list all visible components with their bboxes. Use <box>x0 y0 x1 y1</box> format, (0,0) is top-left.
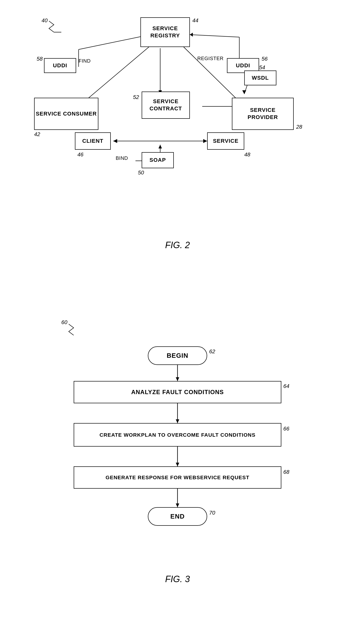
uddi-right-ref: 56 <box>262 56 268 62</box>
analyze-box: ANALYZE FAULT CONDITIONS <box>74 381 281 403</box>
generate-ref: 68 <box>283 469 289 475</box>
svg-marker-30 <box>176 504 179 507</box>
service-box: SERVICE <box>207 132 244 150</box>
svg-marker-20 <box>158 145 162 148</box>
begin-ref: 62 <box>209 348 215 355</box>
fig3-section: 60 BEGIN 62 ANALYZE FAULT CONDITIONS 64 … <box>0 297 355 604</box>
service-consumer-ref: 42 <box>34 131 40 138</box>
svg-line-11 <box>79 46 150 106</box>
svg-marker-24 <box>176 377 179 381</box>
analyze-ref: 64 <box>283 383 289 390</box>
svg-marker-28 <box>176 463 179 466</box>
service-registry-ref: 44 <box>192 17 198 24</box>
soap-ref: 50 <box>138 170 144 176</box>
svg-marker-17 <box>113 139 117 143</box>
begin-oval: BEGIN <box>148 346 207 365</box>
svg-marker-10 <box>242 90 246 94</box>
uddi-left-box: UDDI <box>44 58 76 73</box>
end-ref: 70 <box>209 510 215 516</box>
fig3-caption: FIG. 3 <box>0 574 355 584</box>
wsdl-ref: 54 <box>259 64 265 71</box>
fig2-diagram: 40 SERVICE REGISTRY 44 UDDI 58 FIND UDDI… <box>29 10 326 232</box>
bind-label: BIND <box>116 155 128 161</box>
wsdl-box: WSDL <box>244 70 276 85</box>
fig2-section: 40 SERVICE REGISTRY 44 UDDI 58 FIND UDDI… <box>0 0 355 297</box>
client-ref: 46 <box>77 152 83 158</box>
fig3-diagram: 60 BEGIN 62 ANALYZE FAULT CONDITIONS 64 … <box>54 312 301 572</box>
page-container: 40 SERVICE REGISTRY 44 UDDI 58 FIND UDDI… <box>0 0 355 644</box>
generate-box: GENERATE RESPONSE FOR WEBSERVICE REQUEST <box>74 466 281 489</box>
service-provider-box: SERVICE PROVIDER <box>232 98 294 130</box>
uddi-left-ref: 58 <box>36 56 42 62</box>
svg-marker-26 <box>176 419 179 423</box>
service-contract-box: SERVICE CONTRACT <box>142 92 190 119</box>
create-ref: 66 <box>283 426 289 432</box>
service-contract-ref: 52 <box>133 94 139 100</box>
fig2-ref-40: 40 <box>41 17 47 24</box>
svg-line-13 <box>182 46 244 106</box>
service-registry-box: SERVICE REGISTRY <box>140 17 190 47</box>
svg-marker-18 <box>203 139 207 143</box>
service-consumer-box: SERVICE CONSUMER <box>34 98 98 130</box>
client-box: CLIENT <box>75 132 111 150</box>
svg-line-2 <box>79 35 150 50</box>
find-label: FIND <box>79 58 91 64</box>
service-provider-ref: 28 <box>296 124 302 130</box>
fig2-caption: FIG. 2 <box>0 240 355 250</box>
fig3-ref-60: 60 <box>61 319 67 326</box>
register-label: REGISTER <box>197 56 224 61</box>
soap-box: SOAP <box>142 152 174 168</box>
svg-line-7 <box>190 35 239 37</box>
service-ref: 48 <box>244 152 250 158</box>
create-box: CREATE WORKPLAN TO OVERCOME FAULT CONDIT… <box>74 423 281 446</box>
svg-marker-8 <box>190 33 193 36</box>
end-oval: END <box>148 507 207 526</box>
